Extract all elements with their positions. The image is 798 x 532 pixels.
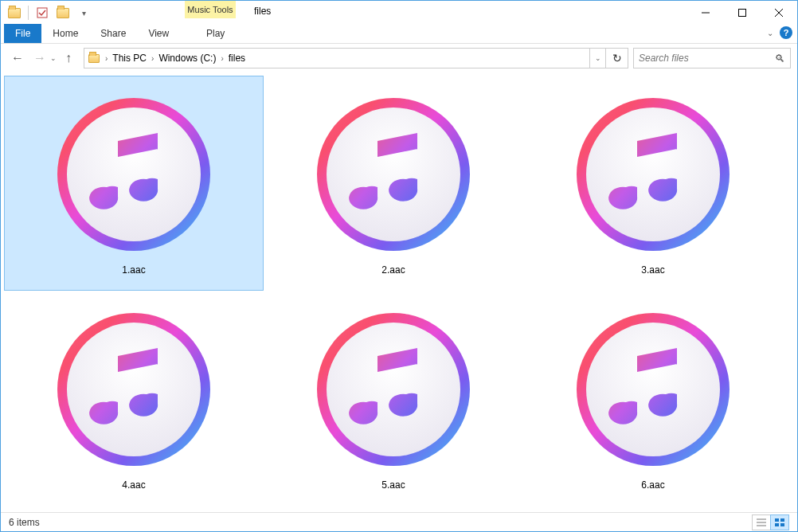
file-item[interactable]: 4.aac xyxy=(4,291,264,506)
file-item[interactable]: 5.aac xyxy=(264,291,523,506)
search-box[interactable]: 🔍︎ xyxy=(633,48,791,68)
history-chevron-icon[interactable]: ⌄ xyxy=(50,54,57,62)
address-dropdown-icon[interactable]: ⌄ xyxy=(589,49,605,68)
address-folder-icon[interactable] xyxy=(84,54,104,63)
title-bar: ▾ Music Tools files xyxy=(1,1,797,25)
file-label: 6.aac xyxy=(641,479,664,491)
qat-folder-icon[interactable] xyxy=(6,4,23,22)
file-item[interactable]: 6.aac xyxy=(523,291,783,506)
file-item[interactable]: 2.aac xyxy=(264,76,523,291)
breadcrumb[interactable]: This PC xyxy=(109,49,150,68)
close-button[interactable] xyxy=(761,1,797,25)
up-button[interactable]: ↑ xyxy=(58,48,79,68)
window-title: files xyxy=(254,6,271,17)
breadcrumb-sep-icon[interactable]: › xyxy=(104,54,109,63)
navigation-bar: ← → ⌄ ↑ › This PC › Windows (C:) › files… xyxy=(1,44,797,72)
breadcrumb-sep-icon[interactable]: › xyxy=(219,54,225,63)
maximize-button[interactable] xyxy=(724,1,761,25)
status-item-count: 6 items xyxy=(9,517,40,528)
ribbon-tabs: File Home Share View Play ⌄ ? xyxy=(1,25,797,44)
qat-separator xyxy=(28,6,29,20)
file-label: 2.aac xyxy=(381,264,405,276)
svg-rect-10 xyxy=(775,518,779,522)
view-toggles xyxy=(753,514,789,530)
window-controls xyxy=(687,1,797,25)
context-tab-group-label: Music Tools xyxy=(185,1,236,18)
svg-rect-11 xyxy=(780,518,784,522)
music-file-icon xyxy=(569,306,737,473)
svg-rect-4 xyxy=(739,10,746,17)
file-label: 3.aac xyxy=(641,264,664,276)
file-label: 1.aac xyxy=(122,264,145,276)
music-file-icon xyxy=(569,91,737,258)
tab-view[interactable]: View xyxy=(137,24,180,43)
help-icon[interactable]: ? xyxy=(780,26,792,39)
search-input[interactable] xyxy=(639,53,775,64)
address-bar[interactable]: › This PC › Windows (C:) › files ⌄ ↻ xyxy=(84,48,628,68)
back-button[interactable]: ← xyxy=(7,48,28,68)
file-explorer-window: ▾ Music Tools files File Home Share View… xyxy=(0,0,798,532)
qat-properties-icon[interactable] xyxy=(33,4,51,22)
music-file-icon xyxy=(310,306,477,473)
svg-rect-13 xyxy=(780,523,784,526)
tab-home[interactable]: Home xyxy=(41,24,89,43)
file-label: 4.aac xyxy=(122,479,145,491)
details-view-button[interactable] xyxy=(752,514,771,530)
quick-access-toolbar: ▾ xyxy=(1,1,92,25)
svg-rect-12 xyxy=(775,523,779,526)
refresh-button[interactable]: ↻ xyxy=(605,49,628,68)
svg-rect-2 xyxy=(37,8,47,18)
file-item[interactable]: 3.aac xyxy=(523,76,783,291)
qat-customize-chevron-icon[interactable]: ▾ xyxy=(75,4,92,22)
minimize-button[interactable] xyxy=(687,1,724,25)
music-file-icon xyxy=(50,306,217,473)
qat-new-folder-icon[interactable] xyxy=(54,4,72,22)
file-tab[interactable]: File xyxy=(4,24,41,43)
forward-button[interactable]: → xyxy=(29,48,50,68)
music-file-icon xyxy=(50,91,217,258)
content-pane[interactable]: 1.aac2.aac3.aac4.aac5.aac6.aac xyxy=(1,72,797,512)
tab-share[interactable]: Share xyxy=(89,24,137,43)
ribbon-collapse-chevron-icon[interactable]: ⌄ xyxy=(767,29,773,37)
file-label: 5.aac xyxy=(381,479,405,491)
breadcrumb[interactable]: Windows (C:) xyxy=(155,49,219,68)
tab-play[interactable]: Play xyxy=(195,24,236,43)
music-file-icon xyxy=(310,91,477,258)
breadcrumb-sep-icon[interactable]: › xyxy=(150,54,155,63)
status-bar: 6 items xyxy=(1,512,797,531)
large-icons-view-button[interactable] xyxy=(770,514,789,530)
search-icon[interactable]: 🔍︎ xyxy=(775,53,785,65)
breadcrumb[interactable]: files xyxy=(225,49,248,68)
file-item[interactable]: 1.aac xyxy=(4,76,264,291)
items-grid: 1.aac2.aac3.aac4.aac5.aac6.aac xyxy=(4,76,794,506)
